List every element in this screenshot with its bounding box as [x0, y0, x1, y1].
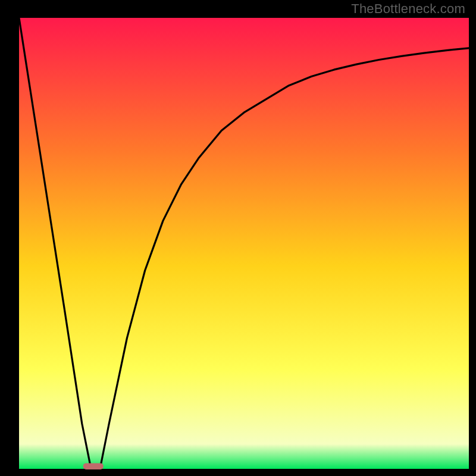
chart-frame: { "watermark": "TheBottleneck.com", "cha…: [0, 0, 476, 476]
marker-pill: [83, 463, 104, 469]
bottleneck-chart: [0, 0, 476, 476]
plot-background: [19, 18, 469, 469]
watermark-text: TheBottleneck.com: [351, 1, 465, 17]
